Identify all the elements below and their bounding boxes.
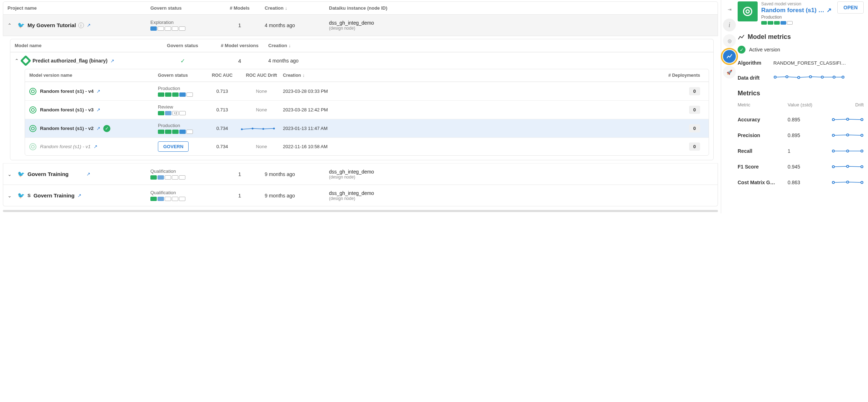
metrics-tab-icon[interactable] [723,50,736,63]
collapse-panel-icon[interactable]: ⇥ [723,3,736,16]
svg-point-4 [774,76,776,78]
govern-button[interactable]: GOVERN [158,141,189,152]
svg-point-24 [847,181,849,183]
metric-name: Recall [738,148,788,154]
active-version-row: ✓ Active version [738,46,864,54]
col-model-creation[interactable]: Creation↓ [268,43,709,48]
deploy-tab-icon[interactable]: 🚀 [723,66,736,79]
col-model-name[interactable]: Model name [15,43,154,48]
version-row-v2[interactable]: Random forest (s1) - v2 ↗ ✓ Production 0… [25,119,709,137]
external-link-icon[interactable]: ↗ [827,6,832,14]
col-model-versions[interactable]: # Model versions [211,43,268,48]
external-link-icon[interactable]: ↗ [96,126,100,131]
bird-icon: 🐦 [18,22,25,29]
side-subtitle: Production [761,15,834,20]
chevron-up-icon[interactable]: ⌃ [8,22,15,28]
project-row-govern-training-1[interactable]: ⌄ 🐦 Govern Training ↗ Qualification 1 9 … [3,163,718,185]
external-link-icon[interactable]: ↗ [96,89,100,94]
instance-sub: (design node) [329,175,713,180]
deploy-count: 0 [689,124,700,132]
version-icon [29,106,36,114]
sort-arrow-icon: ↓ [303,73,305,78]
svg-point-20 [832,166,834,168]
open-button[interactable]: OPEN [837,1,864,14]
svg-point-0 [241,128,243,130]
metric-name: F1 Score [738,164,788,170]
svg-point-15 [847,134,849,136]
creation-time: 4 months ago [265,22,329,28]
external-link-icon[interactable]: ↗ [110,58,114,64]
col-roc-drift[interactable]: ROC AUC Drift [240,73,283,78]
project-row-govern-training-2[interactable]: ⌄ 🐦 S Govern Training ↗ Qualification 1 … [3,185,718,206]
num-models: 1 [215,192,265,199]
side-content: Saved model version Random forest (s1) …… [738,0,868,213]
external-link-icon[interactable]: ↗ [94,144,98,149]
horizontal-scrollbar[interactable] [3,210,718,212]
project-row-my-govern-tutorial[interactable]: ⌃ 🐦 My Govern Tutorial i ↗ Exploration 1… [3,15,718,36]
col-govern-status[interactable]: Govern status [150,5,215,11]
svg-point-2 [263,128,264,130]
versions-section: Model version name Govern status ROC AUC… [25,69,709,156]
side-progress-bar [761,21,834,25]
svg-point-1 [252,127,254,129]
version-name: Random forest (s1) - v2 [40,126,94,131]
version-row-v1[interactable]: Random forest (s1) - v1 ↗ GOVERN 0.734 N… [25,137,709,155]
model-version-icon [738,1,758,21]
external-link-icon[interactable]: ↗ [78,193,81,198]
col-roc-auc[interactable]: ROC AUC [204,73,240,78]
algorithm-value: RANDOM_FOREST_CLASSIFI… [773,60,864,66]
creation-time: 9 months ago [265,193,329,199]
svg-point-23 [832,181,834,184]
instance-name: dss_gh_integ_demo [329,20,713,26]
metric-row-costmatrix: Cost Matrix G… 0.863 [738,175,864,190]
project-name: Govern Training [34,192,75,199]
external-link-icon[interactable]: ↗ [86,171,90,177]
algorithm-row: Algorithm RANDOM_FOREST_CLASSIFI… [738,60,864,66]
info-icon[interactable]: i [78,22,84,28]
chevron-down-icon[interactable]: ⌄ [8,193,15,199]
col-instance[interactable]: Dataiku instance (node ID) [329,5,713,11]
version-name: Random forest (s1) - v4 [40,89,94,94]
chart-icon [738,34,745,41]
external-link-icon[interactable]: ↗ [96,107,100,112]
side-title[interactable]: Random forest (s1) …↗ [761,6,834,14]
num-models: 1 [215,22,265,28]
version-icon [29,143,36,150]
chevron-down-icon[interactable]: ⌄ [8,171,15,177]
instance-name: dss_gh_integ_demo [329,169,713,175]
algorithm-label: Algorithm [738,60,773,66]
active-check-icon: ✓ [103,125,110,132]
bird-icon: 🐦 [18,192,25,199]
col-version-creation[interactable]: Creation↓ [283,73,354,78]
info-tab-icon[interactable]: i [723,19,736,31]
col-project-name[interactable]: Project name [8,5,150,11]
drift-value: None [240,144,283,149]
sort-arrow-icon: ↓ [285,5,288,11]
col-version-status[interactable]: Govern status [158,73,204,78]
svg-point-18 [847,150,849,152]
num-versions: 4 [211,58,268,64]
version-name: Random forest (s1) - v3 [40,107,94,112]
metric-name: Precision [738,132,788,138]
svg-point-3 [273,127,275,129]
col-version-name[interactable]: Model version name [29,73,158,78]
datadrift-row: Data drift [738,74,864,82]
col-num-models[interactable]: # Models [215,5,265,11]
external-link-icon[interactable]: ↗ [87,22,91,28]
col-deployments[interactable]: # Deployments [354,73,704,78]
progress-bar [150,175,215,180]
metric-drift-spark [816,132,864,138]
target-tab-icon[interactable]: ◎ [723,34,736,47]
col-model-govern-status[interactable]: Govern status [154,43,211,48]
mh-value: Value (±std) [788,102,816,107]
version-row-v4[interactable]: Random forest (s1) - v4 ↗ Production 0.7… [25,82,709,100]
svg-point-6 [798,76,800,79]
col-creation[interactable]: Creation↓ [265,5,329,11]
svg-point-9 [833,76,835,78]
version-row-v3[interactable]: Random forest (s1) - v3 ↗ Review +2 0.71… [25,100,709,119]
progress-bar [150,26,215,31]
svg-point-25 [861,181,863,184]
model-name: Predict authorized_flag (binary) [33,58,108,64]
model-row-predict-authorized[interactable]: ⌃ Predict authorized_flag (binary) ↗ ✓ 4… [10,52,713,69]
metric-row-precision: Precision 0.895 [738,127,864,143]
